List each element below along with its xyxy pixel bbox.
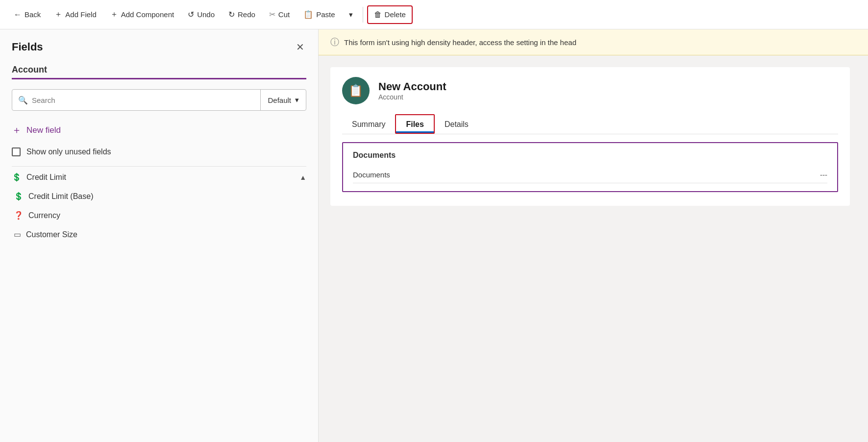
cut-icon: ✂ — [269, 10, 275, 19]
account-subtitle: Account — [378, 93, 446, 101]
tabs-row: Summary Files Details — [342, 114, 838, 134]
add-field-label: Add Field — [65, 10, 96, 19]
back-button[interactable]: ← Back — [8, 6, 47, 23]
customer-size-item[interactable]: ▭ Customer Size — [12, 225, 306, 244]
undo-button[interactable]: ↺ Undo — [182, 6, 221, 23]
avatar: 📋 — [342, 77, 370, 104]
toolbar: ← Back ＋ Add Field ＋ Add Component ↺ Und… — [0, 0, 868, 29]
delete-label: Delete — [385, 10, 406, 19]
paste-label: Paste — [316, 10, 335, 19]
close-icon: ✕ — [296, 42, 304, 52]
undo-label: Undo — [197, 10, 215, 19]
sidebar: Fields ✕ Account 🔍 Default ▾ ＋ New field — [0, 29, 319, 442]
redo-label: Redo — [238, 10, 255, 19]
paste-icon: 📋 — [303, 10, 313, 19]
info-banner: ⓘ This form isn't using high density hea… — [319, 29, 868, 55]
sidebar-header: Fields ✕ — [12, 39, 306, 55]
cut-button[interactable]: ✂ Cut — [263, 6, 296, 23]
show-unused-label: Show only unused fields — [26, 147, 111, 156]
info-icon: ⓘ — [330, 36, 339, 48]
avatar-icon: 📋 — [348, 84, 363, 98]
add-component-label: Add Component — [121, 10, 174, 19]
default-dropdown-button[interactable]: Default ▾ — [261, 90, 306, 110]
credit-limit-group-header[interactable]: 💲 Credit Limit ▲ — [12, 166, 306, 187]
new-field-button[interactable]: ＋ New field — [12, 121, 306, 140]
search-input[interactable] — [32, 96, 254, 104]
credit-limit-base-label: Credit Limit (Base) — [28, 192, 93, 201]
credit-limit-base-icon: 💲 — [14, 192, 24, 201]
account-header: 📋 New Account Account — [342, 77, 838, 104]
chevron-down-icon: ▾ — [295, 96, 299, 104]
paste-dropdown-icon: ▾ — [349, 10, 353, 19]
credit-limit-text: Credit Limit — [26, 173, 66, 182]
search-icon: 🔍 — [18, 96, 28, 105]
redo-icon: ↻ — [228, 10, 235, 19]
form-area: 📋 New Account Account Summary Files — [319, 55, 868, 442]
new-field-label: New field — [26, 125, 61, 135]
add-field-icon: ＋ — [54, 9, 62, 20]
show-unused-checkbox[interactable] — [12, 147, 21, 156]
doc-label: Documents — [353, 171, 390, 179]
paste-button[interactable]: 📋 Paste — [298, 6, 341, 23]
credit-limit-base-item[interactable]: 💲 Credit Limit (Base) — [12, 187, 306, 206]
tab-details[interactable]: Details — [435, 114, 478, 134]
currency-label: Currency — [28, 211, 60, 220]
default-label: Default — [268, 96, 291, 104]
back-label: Back — [25, 10, 41, 19]
main-layout: Fields ✕ Account 🔍 Default ▾ ＋ New field — [0, 29, 868, 442]
info-banner-text: This form isn't using high density heade… — [344, 38, 576, 47]
tab-summary[interactable]: Summary — [342, 114, 395, 134]
documents-title: Documents — [353, 151, 827, 160]
add-component-button[interactable]: ＋ Add Component — [104, 5, 180, 24]
undo-icon: ↺ — [188, 10, 194, 19]
account-info: New Account Account — [378, 80, 446, 101]
show-unused-row: Show only unused fields — [12, 147, 306, 156]
credit-limit-collapse-icon: ▲ — [299, 173, 306, 181]
doc-value: --- — [820, 171, 827, 179]
back-icon: ← — [14, 10, 22, 19]
tab-files[interactable]: Files — [395, 114, 434, 134]
cut-label: Cut — [278, 10, 290, 19]
delete-button[interactable]: 🗑 Delete — [367, 5, 413, 24]
field-list: 💲 Credit Limit ▲ 💲 Credit Limit (Base) ❓… — [12, 166, 306, 432]
sidebar-title: Fields — [12, 41, 43, 53]
customer-size-icon: ▭ — [14, 230, 21, 239]
credit-limit-icon: 💲 — [12, 172, 22, 182]
tab-files-label: Files — [406, 120, 423, 128]
currency-item[interactable]: ❓ Currency — [12, 206, 306, 225]
documents-section: Documents Documents --- — [342, 142, 838, 192]
credit-limit-label: 💲 Credit Limit — [12, 172, 66, 182]
account-tab[interactable]: Account — [12, 65, 306, 79]
search-input-wrap: 🔍 — [12, 90, 261, 110]
account-name: New Account — [378, 80, 446, 93]
redo-button[interactable]: ↻ Redo — [223, 6, 261, 23]
close-sidebar-button[interactable]: ✕ — [294, 39, 306, 55]
add-field-button[interactable]: ＋ Add Field — [49, 5, 102, 24]
add-component-icon: ＋ — [110, 9, 118, 20]
content-area: ⓘ This form isn't using high density hea… — [319, 29, 868, 442]
new-field-plus-icon: ＋ — [12, 123, 22, 137]
tab-summary-label: Summary — [352, 120, 385, 128]
customer-size-label: Customer Size — [26, 230, 77, 239]
documents-row: Documents --- — [353, 167, 827, 183]
delete-icon: 🗑 — [374, 10, 382, 19]
paste-dropdown-button[interactable]: ▾ — [343, 6, 359, 23]
account-card: 📋 New Account Account Summary Files — [330, 67, 850, 206]
toolbar-divider — [363, 7, 363, 23]
currency-icon: ❓ — [14, 211, 24, 220]
tab-details-label: Details — [445, 120, 469, 128]
search-row: 🔍 Default ▾ — [12, 89, 306, 111]
